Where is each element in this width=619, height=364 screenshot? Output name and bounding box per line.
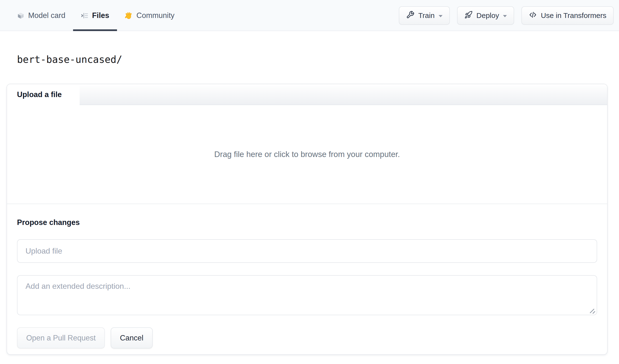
propose-changes-heading: Propose changes: [17, 218, 597, 227]
resize-handle-icon[interactable]: [589, 307, 595, 313]
caret-down-icon: [439, 15, 443, 17]
rocket-icon: [464, 11, 473, 21]
button-label: Train: [418, 11, 435, 20]
propose-actions: Open a Pull Request Cancel: [17, 327, 597, 349]
breadcrumb[interactable]: bert-base-uncased/: [17, 54, 122, 65]
tab-model-card[interactable]: Model card: [9, 0, 73, 31]
cancel-button[interactable]: Cancel: [111, 327, 153, 349]
propose-changes-section: Propose changes Open a Pull Request Canc…: [7, 204, 607, 349]
open-pull-request-button[interactable]: Open a Pull Request: [17, 327, 105, 349]
tabbar-filler: [80, 84, 607, 105]
tab-label: Community: [136, 11, 175, 20]
dropzone-hint: Drag file here or click to browse from y…: [214, 150, 400, 159]
file-dropzone[interactable]: Drag file here or click to browse from y…: [7, 105, 607, 204]
repo-tabs: Model card Files: [9, 0, 182, 31]
header: Model card Files: [0, 0, 619, 31]
cube-icon: [17, 12, 25, 19]
deploy-button[interactable]: Deploy: [457, 6, 514, 25]
tab-upload-a-file[interactable]: Upload a file: [7, 84, 80, 105]
upload-file-input[interactable]: [17, 239, 597, 263]
description-field-wrap: [17, 275, 597, 315]
extended-description-textarea[interactable]: [17, 275, 597, 315]
use-in-transformers-button[interactable]: Use in Transformers: [521, 6, 614, 25]
caret-down-icon: [503, 15, 507, 17]
button-label: Deploy: [477, 11, 499, 20]
tab-label: Model card: [28, 11, 65, 20]
tab-files[interactable]: Files: [73, 0, 117, 31]
tab-label: Upload a file: [17, 90, 62, 99]
button-label: Use in Transformers: [541, 11, 606, 20]
train-button[interactable]: Train: [399, 6, 450, 25]
wrench-icon: [406, 11, 414, 21]
repo-path: bert-base-uncased/: [17, 54, 122, 65]
upload-card: Upload a file Drag file here or click to…: [7, 84, 608, 355]
files-list-icon: [81, 12, 88, 19]
page: Model card Files: [0, 0, 619, 364]
upload-card-tabbar: Upload a file: [7, 84, 607, 105]
header-actions: Train Deploy: [399, 6, 614, 25]
tab-community[interactable]: Community: [117, 0, 182, 31]
waving-hand-icon: [125, 12, 133, 20]
code-icon: [529, 11, 537, 21]
tab-label: Files: [92, 11, 109, 20]
